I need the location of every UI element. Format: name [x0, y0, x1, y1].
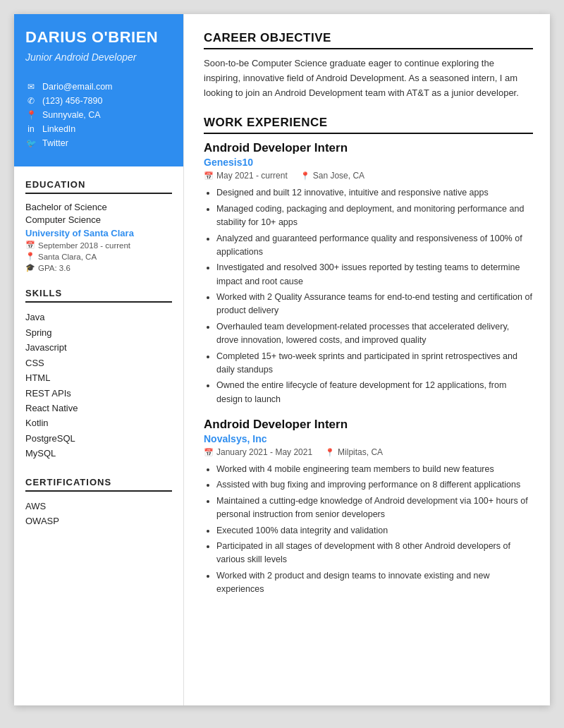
- job-bullet: Worked with 4 mobile engineering team me…: [216, 463, 533, 476]
- skills-section-title: SKILLS: [25, 288, 172, 303]
- email-value: Dario@email.com: [42, 82, 113, 92]
- contact-section: ✉ Dario@email.com ✆ (123) 456-7890 📍 Sun…: [14, 82, 183, 166]
- linkedin-label: LinkedIn: [42, 124, 75, 134]
- job-bullet: Executed 100% data integrity and validat…: [216, 524, 533, 538]
- edu-location-icon: 📍: [25, 252, 35, 261]
- skills-list: JavaSpringJavascriptCSSHTMLREST APIsReac…: [25, 310, 172, 461]
- job-location-icon: 📍: [300, 171, 310, 181]
- job-bullets: Worked with 4 mobile engineering team me…: [204, 463, 533, 596]
- skill-item: Kotlin: [25, 415, 172, 430]
- skills-section: SKILLS JavaSpringJavascriptCSSHTMLREST A…: [25, 288, 172, 461]
- job-meta: 📅 May 2021 - current 📍 San Jose, CA: [204, 171, 533, 181]
- job-entry: Android Developer Intern Genesis10 📅 May…: [204, 141, 533, 406]
- skill-item: React Native: [25, 401, 172, 415]
- job-bullet: Owned the entire lifecycle of feature de…: [216, 379, 533, 406]
- skill-item: REST APIs: [25, 386, 172, 401]
- location-icon: 📍: [25, 110, 37, 120]
- job-title: Android Developer Intern: [204, 418, 533, 432]
- skill-item: MySQL: [25, 446, 172, 461]
- edu-location: 📍 Santa Clara, CA: [25, 252, 172, 261]
- job-bullet: Participated in all stages of developmen…: [216, 540, 533, 567]
- education-section: EDUCATION Bachelor of Science Computer S…: [25, 179, 172, 272]
- edu-school: University of Santa Clara: [25, 228, 172, 238]
- job-meta: 📅 January 2021 - May 2021 📍 Milpitas, CA: [204, 447, 533, 457]
- career-objective-title: CAREER OBJECTIVE: [204, 31, 533, 49]
- edu-date: 📅 September 2018 - current: [25, 241, 172, 250]
- job-bullet: Completed 15+ two-week sprints and parti…: [216, 350, 533, 377]
- education-section-title: EDUCATION: [25, 179, 172, 194]
- candidate-title: Junior Android Developer: [25, 51, 172, 65]
- contact-twitter[interactable]: 🐦 Twitter: [25, 138, 172, 148]
- edu-major: Computer Science: [25, 214, 172, 226]
- candidate-name: DARIUS O'BRIEN: [25, 28, 172, 47]
- skill-item: Javascript: [25, 340, 172, 355]
- jobs-container: Android Developer Intern Genesis10 📅 May…: [204, 141, 533, 596]
- edu-location-value: Santa Clara, CA: [38, 253, 97, 261]
- calendar-icon: 📅: [25, 241, 35, 250]
- edu-gpa: 🎓 GPA: 3.6: [25, 263, 172, 272]
- job-calendar-icon: 📅: [204, 448, 214, 457]
- job-bullet: Worked with 2 product and design teams t…: [216, 569, 533, 597]
- contact-phone: ✆ (123) 456-7890: [25, 96, 172, 106]
- twitter-icon: 🐦: [25, 138, 37, 148]
- skill-item: Spring: [25, 325, 172, 340]
- job-bullet: Assisted with bug fixing and improving p…: [216, 478, 533, 492]
- job-location-value: San Jose, CA: [313, 171, 364, 181]
- edu-degree: Bachelor of Science: [25, 201, 172, 214]
- twitter-label: Twitter: [42, 138, 68, 148]
- job-date-value: January 2021 - May 2021: [216, 447, 312, 457]
- gpa-icon: 🎓: [25, 263, 35, 272]
- edu-gpa-value: GPA: 3.6: [38, 264, 70, 272]
- job-bullet: Managed coding, packaging and deployment…: [216, 202, 533, 230]
- job-bullet: Overhauled team development-related proc…: [216, 320, 533, 348]
- job-date: 📅 January 2021 - May 2021: [204, 447, 312, 457]
- job-company: Novalsys, Inc: [204, 433, 533, 444]
- skill-item: HTML: [25, 370, 172, 385]
- sidebar-body: EDUCATION Bachelor of Science Computer S…: [14, 166, 183, 705]
- job-date: 📅 May 2021 - current: [204, 171, 288, 181]
- job-location: 📍 Milpitas, CA: [325, 447, 383, 457]
- skill-item: CSS: [25, 356, 172, 370]
- phone-value: (123) 456-7890: [42, 96, 102, 106]
- career-objective-text: Soon-to-be Computer Science graduate eag…: [204, 56, 533, 100]
- job-title: Android Developer Intern: [204, 141, 533, 155]
- phone-icon: ✆: [25, 96, 37, 106]
- job-location-icon: 📍: [325, 448, 335, 457]
- job-bullet: Designed and built 12 innovative, intuit…: [216, 186, 533, 200]
- certifications-section-title: CERTIFICATIONS: [25, 477, 172, 492]
- main-content: CAREER OBJECTIVE Soon-to-be Computer Sci…: [183, 14, 550, 705]
- certifications-list: AWSOWASP: [25, 499, 172, 529]
- cert-item: OWASP: [25, 514, 172, 528]
- sidebar: DARIUS O'BRIEN Junior Android Developer …: [14, 14, 183, 705]
- job-bullets: Designed and built 12 innovative, intuit…: [204, 186, 533, 406]
- work-experience-section: WORK EXPERIENCE Android Developer Intern…: [204, 116, 533, 596]
- sidebar-header: DARIUS O'BRIEN Junior Android Developer: [14, 14, 183, 82]
- career-objective-section: CAREER OBJECTIVE Soon-to-be Computer Sci…: [204, 31, 533, 100]
- linkedin-icon: in: [25, 124, 37, 134]
- contact-location: 📍 Sunnyvale, CA: [25, 110, 172, 120]
- email-icon: ✉: [25, 82, 37, 92]
- resume-container: DARIUS O'BRIEN Junior Android Developer …: [14, 14, 550, 705]
- job-calendar-icon: 📅: [204, 171, 214, 181]
- cert-item: AWS: [25, 499, 172, 514]
- job-bullet: Analyzed and guaranteed performance qual…: [216, 232, 533, 260]
- skill-item: Java: [25, 310, 172, 324]
- location-value: Sunnyvale, CA: [42, 110, 101, 120]
- skill-item: PostgreSQL: [25, 431, 172, 446]
- contact-email: ✉ Dario@email.com: [25, 82, 172, 92]
- job-location-value: Milpitas, CA: [338, 447, 383, 457]
- job-bullet: Investigated and resolved 300+ issues re…: [216, 261, 533, 289]
- job-entry: Android Developer Intern Novalsys, Inc 📅…: [204, 418, 533, 596]
- edu-date-value: September 2018 - current: [38, 241, 130, 250]
- job-date-value: May 2021 - current: [216, 171, 288, 181]
- job-bullet: Maintained a cutting-edge knowledge of A…: [216, 495, 533, 522]
- certifications-section: CERTIFICATIONS AWSOWASP: [25, 477, 172, 529]
- contact-linkedin[interactable]: in LinkedIn: [25, 124, 172, 134]
- job-bullet: Worked with 2 Quality Assurance teams fo…: [216, 291, 533, 318]
- work-experience-title: WORK EXPERIENCE: [204, 116, 533, 134]
- job-company: Genesis10: [204, 157, 533, 168]
- job-location: 📍 San Jose, CA: [300, 171, 364, 181]
